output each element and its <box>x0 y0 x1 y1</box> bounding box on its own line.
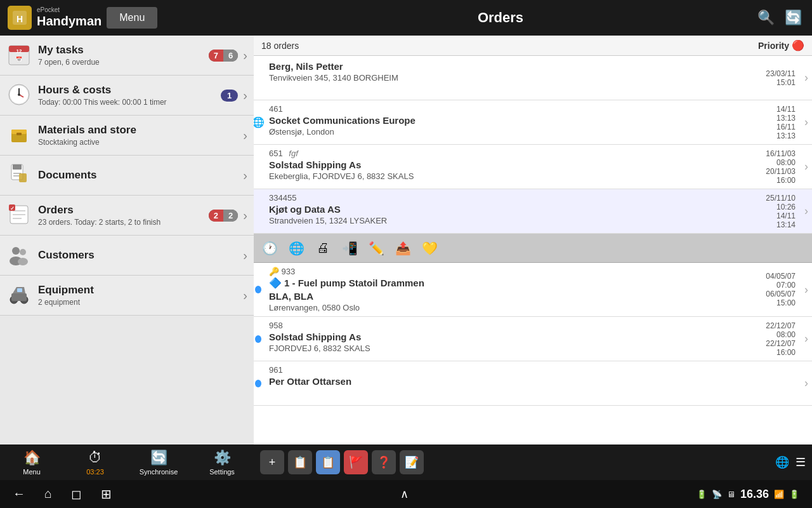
order-name: 1 - Fuel pump Statoil Drammen <box>284 277 424 288</box>
sidebar: 12 📅 My tasks 7 open, 6 overdue 7 6 › <box>0 36 254 444</box>
refresh-icon[interactable]: 🔄 <box>785 10 802 26</box>
tab-time-value: 03:23 <box>86 468 104 476</box>
note-button[interactable]: 📝 <box>400 450 424 474</box>
help-button[interactable]: ❓ <box>372 450 396 474</box>
order-row[interactable]: Berg, Nils Petter Tenvikveien 345, 3140 … <box>254 56 812 100</box>
order-content: 461 Socket Communications Europe Østensj… <box>263 100 743 144</box>
sidebar-item-hours-costs[interactable]: Hours & costs Today: 00:00 This week: 00… <box>0 76 254 116</box>
clock-icon <box>8 83 32 107</box>
nav-up-icon[interactable]: ∧ <box>400 487 409 501</box>
orders-header: 18 orders Priority 🔴 <box>254 36 812 56</box>
materials-title: Materials and store <box>38 124 243 137</box>
sidebar-item-orders[interactable]: ✓ Orders 23 orders. Today: 2 starts, 2 t… <box>0 196 254 236</box>
timer-icon: ⏱ <box>88 450 102 466</box>
order-row[interactable]: 334455 Kjøt og Data AS Strandveien 15, 1… <box>254 189 812 234</box>
documents-content: Documents <box>38 169 243 182</box>
order-dates: 23/03/11 15:01 <box>743 56 801 100</box>
badge-gray: 6 <box>223 50 238 62</box>
toolbar-transfer-icon[interactable]: 📲 <box>339 237 360 259</box>
sidebar-item-equipment[interactable]: Equipment 2 equipment › <box>0 276 254 316</box>
order-id: 461 <box>269 104 737 114</box>
order-row[interactable]: 651 fgf Solstad Shipping As Ekeberglia, … <box>254 145 812 189</box>
chevron-right-icon: › <box>243 168 247 183</box>
clipboard-button[interactable]: 📋 <box>316 450 340 474</box>
back-icon[interactable]: ← <box>13 486 25 502</box>
svg-text:✓: ✓ <box>10 206 15 211</box>
order-address: Lørenvangen, 0580 Oslo <box>269 303 737 312</box>
order-name: Socket Communications Europe <box>269 115 737 126</box>
order-time2: 13:13 <box>776 131 796 140</box>
sidebar-item-my-tasks[interactable]: 12 📅 My tasks 7 open, 6 overdue 7 6 › <box>0 36 254 76</box>
order-address: Østensjø, London <box>269 127 737 137</box>
tab-sync[interactable]: 🔄 Synchronise <box>127 444 190 480</box>
order-address: Ekeberglia, FJORDVEJ 6, 8832 SKALS <box>269 171 737 181</box>
order-name: Solstad Shipping As <box>269 159 737 170</box>
my-tasks-title: My tasks <box>38 44 209 57</box>
order-address: Strandveien 15, 1324 LYSAKER <box>269 216 737 225</box>
toolbar-print-icon[interactable]: 🖨 <box>312 237 334 259</box>
order-chevron-icon: › <box>801 56 812 100</box>
tab-menu[interactable]: 🏠 Menu <box>0 444 63 480</box>
materials-content: Materials and store Stocktaking active <box>38 124 243 147</box>
order-date1: 22/12/07 <box>766 321 796 330</box>
customers-title: Customers <box>38 249 243 262</box>
flag-button[interactable]: 🚩 <box>344 450 368 474</box>
order-date2: 16/11 <box>776 123 796 131</box>
order-date1: 25/11/10 <box>766 194 796 203</box>
order-row[interactable]: 🔑 933 🔷 1 - Fuel pump Statoil Drammen BL… <box>254 263 812 317</box>
add-button[interactable]: + <box>260 450 284 474</box>
order-dates: 04/05/07 07:00 06/05/07 15:00 <box>743 263 801 316</box>
order-content: 334455 Kjøt og Data AS Strandveien 15, 1… <box>263 189 743 233</box>
order-date1: 14/11 <box>776 105 796 114</box>
order-address: FJORDVEJ 6, 8832 SKALS <box>269 344 737 353</box>
dot-blue-icon <box>255 335 261 343</box>
order-time1: 15:01 <box>776 78 796 87</box>
toolbar-export-icon[interactable]: 📤 <box>392 237 414 259</box>
chevron-right-icon: › <box>243 208 247 223</box>
recent-apps-icon[interactable]: ◻ <box>71 486 82 502</box>
main-content: 12 📅 My tasks 7 open, 6 overdue 7 6 › <box>0 36 812 444</box>
customers-content: Customers <box>38 249 243 262</box>
order-row[interactable]: 958 Solstad Shipping As FJORDVEJ 6, 8832… <box>254 317 812 361</box>
checkin-button[interactable]: 📋 <box>288 450 312 474</box>
sidebar-item-customers[interactable]: Customers › <box>0 236 254 276</box>
svg-point-25 <box>12 247 20 255</box>
orders-badges: 2 2 <box>209 210 238 222</box>
order-chevron-icon: › <box>801 100 812 144</box>
order-row[interactable]: 961 Per Ottar Ottarsen › <box>254 361 812 406</box>
header-actions: 🔍 🔄 <box>747 10 812 26</box>
document-icon <box>8 163 32 187</box>
order-dates: 16/11/03 08:00 20/11/03 16:00 <box>743 145 801 189</box>
documents-title: Documents <box>38 169 243 182</box>
filter-icon[interactable]: ☰ <box>796 455 806 469</box>
tab-time[interactable]: ⏱ 03:23 <box>63 444 127 480</box>
order-dates: 14/11 13:13 16/11 13:13 <box>743 100 801 144</box>
order-chevron-icon: › <box>801 317 812 361</box>
toolbar-globe-icon[interactable]: 🌐 <box>285 237 307 259</box>
toolbar-edit-icon[interactable]: ✏️ <box>365 237 387 259</box>
menu-button[interactable]: Menu <box>107 7 157 29</box>
sidebar-item-materials[interactable]: Materials and store Stocktaking active › <box>0 116 254 156</box>
order-time2: 13:14 <box>776 220 796 229</box>
order-time1: 10:26 <box>776 203 796 211</box>
equipment-content: Equipment 2 equipment <box>38 284 243 307</box>
home-nav-icon[interactable]: ⌂ <box>44 486 52 502</box>
qr-icon[interactable]: ⊞ <box>101 486 112 502</box>
order-indicator <box>254 56 263 100</box>
order-row[interactable]: 🌐 461 Socket Communications Europe Østen… <box>254 100 812 145</box>
orders-badge-combined: 2 2 <box>209 210 238 222</box>
toolbar-clock-icon[interactable]: 🕐 <box>259 237 280 259</box>
page-title: Orders <box>254 10 747 26</box>
order-date2: 20/11/03 <box>766 167 796 176</box>
order-dates <box>743 361 801 405</box>
equipment-subtitle: 2 equipment <box>38 298 243 307</box>
globe-icon[interactable]: 🌐 <box>775 455 789 469</box>
search-icon[interactable]: 🔍 <box>757 10 775 26</box>
sidebar-item-documents[interactable]: Documents › <box>0 156 254 196</box>
order-content: 🔑 933 🔷 1 - Fuel pump Statoil Drammen BL… <box>263 263 743 316</box>
toolbar-star-icon[interactable]: 💛 <box>419 237 440 259</box>
my-tasks-badges: 7 6 <box>209 50 238 62</box>
tab-settings[interactable]: ⚙️ Settings <box>190 444 254 480</box>
equipment-icon <box>8 283 32 307</box>
nav-left: ← ⌂ ◻ ⊞ <box>13 486 112 502</box>
